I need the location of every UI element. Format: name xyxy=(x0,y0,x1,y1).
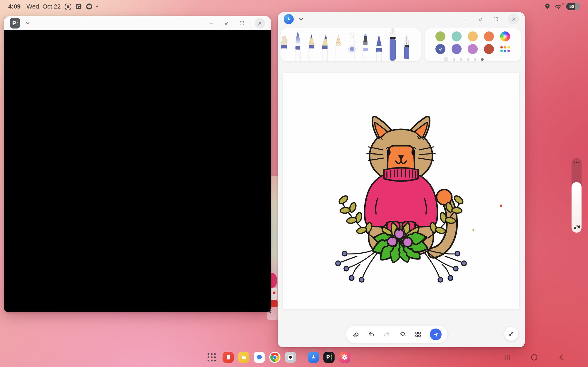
p-app-icon[interactable]: P xyxy=(10,18,20,29)
penup-app-icon-taskbar[interactable] xyxy=(308,352,319,363)
color-swatch-selected[interactable] xyxy=(435,44,445,54)
screen-capture-icon xyxy=(65,3,71,10)
recent-colors-page-icon[interactable] xyxy=(444,57,448,62)
location-icon xyxy=(544,3,550,10)
color-swatch-2-2[interactable] xyxy=(452,44,462,54)
fullscreen-button[interactable] xyxy=(239,21,245,26)
cat-artwork xyxy=(283,73,519,309)
desktop: 4:09 Wed, Oct 22 6 50 xyxy=(0,0,588,367)
navigation-bar xyxy=(503,352,565,363)
color-swatch-1-4[interactable] xyxy=(484,31,494,41)
popup-view-button[interactable] xyxy=(478,16,483,22)
color-swatch-row-1 xyxy=(435,31,521,41)
notification-dot xyxy=(96,6,98,7)
drawing-window-titlebar xyxy=(278,12,525,26)
color-swatch-2-3[interactable] xyxy=(468,44,478,54)
messages-app-icon[interactable] xyxy=(254,352,265,363)
canvas-expand-button[interactable] xyxy=(504,327,518,341)
color-swatch-1-3[interactable] xyxy=(468,31,478,41)
minimize-button[interactable] xyxy=(209,21,214,26)
color-panel xyxy=(424,28,521,62)
custom-palette-button[interactable] xyxy=(500,44,510,54)
p-app-icon-taskbar[interactable]: P xyxy=(323,352,335,363)
p-app-initial: P xyxy=(12,20,16,27)
battery-level-fill xyxy=(575,3,580,10)
pen-tool-tilted-pencil[interactable] xyxy=(319,32,330,61)
pen-tool-marker[interactable] xyxy=(360,32,371,61)
palette-page-indicator xyxy=(444,57,521,62)
close-button[interactable] xyxy=(255,18,265,29)
pen-tool-partial[interactable] xyxy=(280,33,290,61)
pen-tool-pencil[interactable] xyxy=(306,32,317,61)
palette-page-dot-active[interactable] xyxy=(481,58,484,61)
battery-indicator: 50 xyxy=(566,3,580,10)
pen-tool-brush[interactable] xyxy=(292,31,303,61)
clock: 4:09 xyxy=(8,3,21,10)
palette-page-dot[interactable] xyxy=(474,58,477,61)
palette-page-dot[interactable] xyxy=(460,58,462,61)
eraser-button[interactable] xyxy=(352,331,360,338)
minimize-button[interactable] xyxy=(462,16,468,22)
screen-recorder-icon xyxy=(76,4,82,10)
left-app-window: P xyxy=(4,16,271,312)
redo-button[interactable] xyxy=(383,331,391,338)
color-swatch-row-2 xyxy=(435,44,521,54)
taskbar: P xyxy=(0,349,588,367)
left-window-titlebar: P xyxy=(4,16,271,30)
running-indicator xyxy=(327,349,331,351)
selected-check-icon xyxy=(437,46,444,52)
pen-tool-calligraphy-pen[interactable] xyxy=(401,33,412,61)
fill-bucket-button[interactable] xyxy=(399,331,406,338)
taskbar-divider xyxy=(302,353,302,362)
settings-gear-icon xyxy=(86,3,92,10)
popup-view-button[interactable] xyxy=(224,21,229,26)
home-button[interactable] xyxy=(530,353,538,361)
camera-app-icon[interactable] xyxy=(285,352,296,363)
my-files-app-icon[interactable] xyxy=(238,352,249,363)
wifi-6-icon: 6 xyxy=(554,3,562,10)
back-button[interactable] xyxy=(557,353,565,361)
status-bar: 4:09 Wed, Oct 22 6 50 xyxy=(0,0,588,13)
status-date: Wed, Oct 22 xyxy=(26,3,61,10)
palette-page-dot[interactable] xyxy=(453,58,455,61)
pen-tool-pastel[interactable] xyxy=(333,33,344,61)
volume-slider[interactable] xyxy=(572,158,582,233)
media-volume-icon xyxy=(572,223,582,230)
gallery-app-icon[interactable] xyxy=(339,352,350,363)
left-window-canvas[interactable] xyxy=(4,30,271,312)
app-drawer-button[interactable] xyxy=(208,353,216,361)
chevron-down-icon[interactable] xyxy=(25,21,30,26)
chevron-down-icon[interactable] xyxy=(298,16,304,22)
volume-more-icon[interactable] xyxy=(572,162,582,163)
wifi-6-label: 6 xyxy=(562,2,564,6)
drawing-canvas[interactable] xyxy=(283,73,519,309)
drawing-app-window xyxy=(278,12,525,347)
battery-percent: 50 xyxy=(569,4,574,9)
color-swatch-1-1[interactable] xyxy=(435,31,445,41)
running-indicator xyxy=(311,349,315,351)
color-swatch-1-2[interactable] xyxy=(452,31,462,41)
palette-page-dot[interactable] xyxy=(467,58,470,61)
pen-tool-crayon[interactable] xyxy=(373,33,385,61)
color-swatch-2-4[interactable] xyxy=(484,44,494,54)
pen-tool-airbrush[interactable] xyxy=(346,31,358,61)
undo-button[interactable] xyxy=(368,331,375,338)
penup-app-icon[interactable] xyxy=(284,14,294,24)
notes-app-icon[interactable] xyxy=(223,352,234,363)
p-app-icon-dots xyxy=(17,20,18,26)
fullscreen-button[interactable] xyxy=(493,16,498,22)
p-app-initial: P xyxy=(326,354,330,361)
close-button[interactable] xyxy=(508,14,519,24)
send-button[interactable] xyxy=(430,329,442,340)
chrome-app-icon[interactable] xyxy=(269,352,280,363)
more-tools-button[interactable] xyxy=(414,331,422,338)
drawing-bottom-toolbar xyxy=(346,326,448,343)
color-wheel-button[interactable] xyxy=(500,31,510,41)
pen-tool-tray xyxy=(280,28,421,62)
recents-button[interactable] xyxy=(503,353,511,361)
pen-tool-fountain-pen[interactable] xyxy=(387,28,399,61)
